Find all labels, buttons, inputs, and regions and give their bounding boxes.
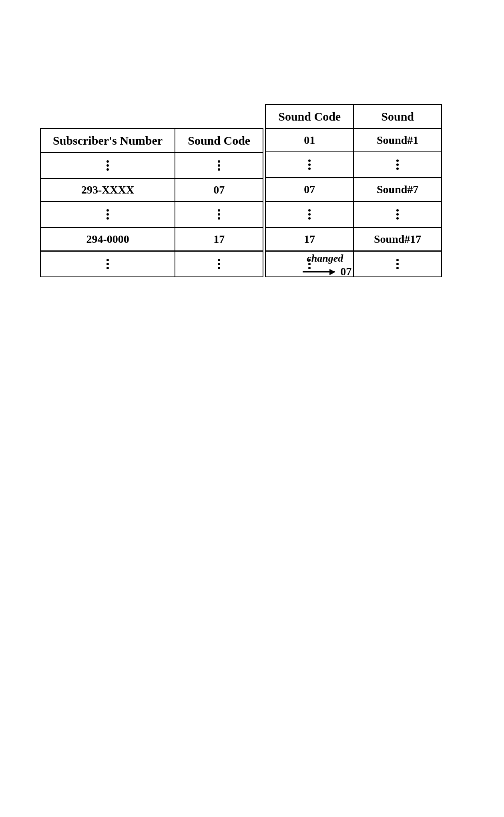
highlighted-row: 294-0000 17	[40, 228, 263, 251]
header-sound-code: Sound Code	[175, 129, 263, 153]
table-row	[265, 202, 442, 228]
sound-code-17-2: 17	[265, 228, 353, 251]
header-subscriber: Subscriber's Number	[40, 129, 175, 153]
sound-table: Sound Code Sound 01 Sound#1	[265, 104, 442, 277]
sound-code-value: 07	[175, 178, 263, 202]
dots-cell-sound2	[353, 202, 442, 228]
dots-cell-code	[175, 202, 263, 228]
vertical-dots	[53, 256, 163, 272]
arrow-icon	[303, 271, 335, 272]
vertical-dots	[366, 207, 429, 222]
dots-cell-sound	[353, 152, 442, 178]
vertical-dots	[53, 207, 163, 222]
sound-name-1: Sound#1	[353, 129, 442, 152]
table-row	[265, 152, 442, 178]
vertical-dots	[278, 157, 341, 172]
vertical-dots	[366, 157, 429, 172]
vertical-dots	[53, 158, 163, 173]
vertical-dots	[187, 256, 251, 272]
vertical-dots	[278, 207, 341, 222]
change-annotation: changed 07	[303, 252, 351, 278]
subscriber-table: Subscriber's Number Sound Code	[40, 128, 263, 277]
table-row: 293-XXXX 07	[40, 178, 263, 202]
table-row	[40, 153, 263, 178]
table-row	[265, 251, 442, 277]
highlighted-row-07: 07 Sound#7	[265, 178, 442, 202]
subscriber-number: 293-XXXX	[40, 178, 175, 202]
dots-cell-sound3	[353, 251, 442, 277]
sound-code-17: 17	[175, 228, 263, 251]
dots-cell-code	[175, 251, 263, 277]
dots-cell-code	[175, 153, 263, 178]
sound-code-01: 01	[265, 129, 353, 152]
vertical-dots	[187, 158, 251, 173]
dots-cell-code3	[265, 202, 353, 228]
page-container: Subscriber's Number Sound Code	[16, 8, 488, 287]
dots-cell-sub	[40, 251, 175, 277]
header-sound-code-2: Sound Code	[265, 105, 353, 129]
sound-name-7: Sound#7	[353, 178, 442, 202]
arrow-row: 07	[303, 265, 351, 278]
header-sound: Sound	[353, 105, 442, 129]
vertical-dots	[366, 256, 429, 272]
arrow-new-value: 07	[340, 265, 351, 278]
table-section-1: Subscriber's Number Sound Code	[40, 128, 263, 277]
dots-cell-sub	[40, 153, 175, 178]
table-row: 01 Sound#1	[265, 129, 442, 152]
sound-name-17: Sound#17	[353, 228, 442, 251]
sound-code-07: 07	[265, 178, 353, 202]
subscriber-number-294: 294-0000	[40, 228, 175, 251]
table-row	[40, 202, 263, 228]
changed-label: changed	[307, 252, 343, 264]
table-row	[40, 251, 263, 277]
dots-cell-code2	[265, 152, 353, 178]
vertical-dots	[187, 207, 251, 222]
highlighted-row-17: 17 Sound#17	[265, 228, 442, 251]
table-section-2: Sound Code Sound 01 Sound#1	[265, 104, 442, 277]
dots-cell-sub	[40, 202, 175, 228]
